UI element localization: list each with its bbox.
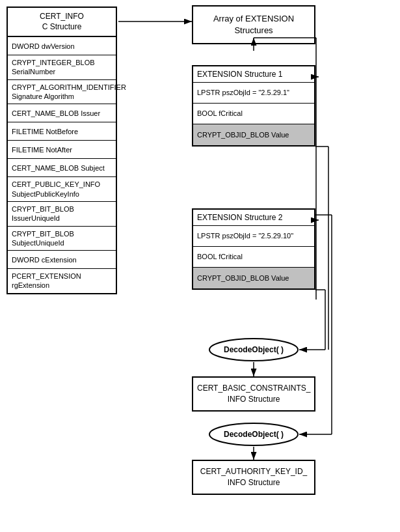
cert-row-0: DWORD dwVersion <box>8 37 116 55</box>
ext1-row3: CRYPT_OBJID_BLOB Value <box>193 124 314 145</box>
decode1-label: DecodeObject( ) <box>224 345 284 354</box>
cert-row-11: PCERT_EXTENSION rgExtension <box>8 269 116 293</box>
cert-row-5: FILETIME NotAfter <box>8 141 116 159</box>
ext2-header: EXTENSION Structure 2 <box>193 210 314 226</box>
cert-row-3: CERT_NAME_BLOB Issuer <box>8 104 116 122</box>
cert-row-9: CRYPT_BIT_BLOB SubjectUniqueId <box>8 227 116 251</box>
cert-row-2: CRYPT_ALGORITHM_IDENTIFIER Signature Alg… <box>8 80 116 105</box>
ext1-box: EXTENSION Structure 1 LPSTR pszObjId = "… <box>192 65 315 147</box>
cert-row-1: CRYPT_INTEGER_BLOB SerialNumber <box>8 55 116 80</box>
cert-row-7: CERT_PUBLIC_KEY_INFO SubjectPublicKeyInf… <box>8 177 116 202</box>
cert-row-6: CERT_NAME_BLOB Subject <box>8 159 116 177</box>
cert-row-4: FILETIME NotBefore <box>8 122 116 141</box>
cert-info-box: CERT_INFO C Structure DWORD dwVersion CR… <box>7 7 117 294</box>
decode2-label: DecodeObject( ) <box>224 430 284 439</box>
decode-object-1: DecodeObject( ) <box>208 337 299 362</box>
cert-row-8: CRYPT_BIT_BLOB IssuerUniqueId <box>8 202 116 227</box>
ext2-row2: BOOL fCritical <box>193 247 314 268</box>
ext1-header: EXTENSION Structure 1 <box>193 66 314 83</box>
ext1-row1: LPSTR pszObjId = "2.5.29.1" <box>193 83 314 104</box>
ext2-row1: LPSTR pszObjId = "2.5.29.10" <box>193 226 314 247</box>
decode-object-2: DecodeObject( ) <box>208 422 299 447</box>
ext2-box: EXTENSION Structure 2 LPSTR pszObjId = "… <box>192 208 315 290</box>
diagram: CERT_INFO C Structure DWORD dwVersion CR… <box>0 0 400 532</box>
basic-constraints-box: CERT_BASIC_CONSTRAINTS_ INFO Structure <box>192 376 315 412</box>
ext2-row3: CRYPT_OBJID_BLOB Value <box>193 268 314 288</box>
authority-key-box: CERT_AUTHORITY_KEY_ID_ INFO Structure <box>192 460 315 495</box>
ext-array-box: Array of EXTENSION Structures <box>192 5 315 44</box>
ext1-row2: BOOL fCritical <box>193 104 314 124</box>
cert-row-10: DWORD cExtension <box>8 251 116 269</box>
cert-info-header: CERT_INFO C Structure <box>8 8 116 37</box>
